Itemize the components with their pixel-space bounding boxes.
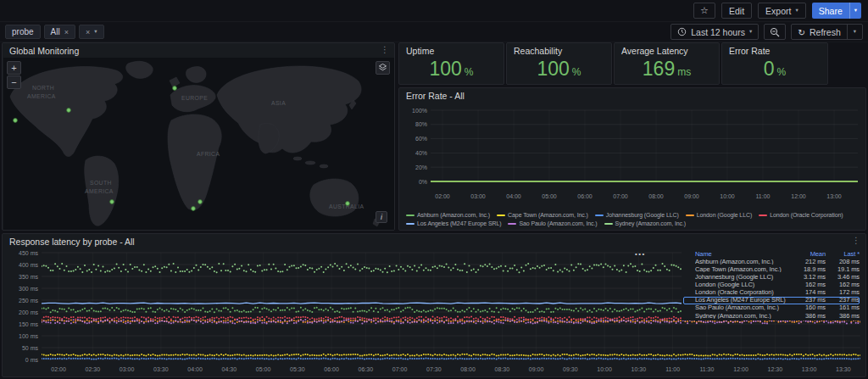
map-layers-button[interactable]: [376, 61, 390, 75]
x-tick-label: 12:00: [791, 193, 806, 199]
panel-title: Global Monitoring: [9, 46, 79, 56]
map-zoom-in-button[interactable]: +: [7, 61, 21, 75]
x-tick-label: 08:00: [648, 193, 664, 199]
response-latency-panel: Response latency by probe - All ⋮ 450 ms…: [2, 233, 866, 377]
share-label: Share: [812, 3, 849, 19]
series-name: Sao Paulo (Amazon.com, Inc.): [695, 304, 795, 311]
legend-table-row[interactable]: Sydney (Amazon.com, Inc.)386 ms386 ms: [683, 312, 860, 320]
y-tick-label: 60%: [415, 136, 427, 142]
legend-item[interactable]: Los Angeles (M247 Europe SRL): [406, 220, 501, 228]
legend-table-row[interactable]: Ashburn (Amazon.com, Inc.)212 ms208 ms: [683, 258, 860, 265]
continent-australia: [310, 179, 359, 216]
world-map[interactable]: NORTH AMERICA EUROPE ASIA AFRICA SOUTH A…: [3, 58, 394, 230]
stat-value: 0%: [722, 43, 827, 84]
y-tick-label: 350 ms: [19, 274, 38, 280]
error-rate-stat-panel: Error Rate 0%: [721, 42, 828, 85]
series-mean-value: 237 ms: [795, 297, 826, 304]
legend-header-name[interactable]: Name: [695, 251, 795, 258]
filter-clear-chip[interactable]: × ▾: [79, 25, 104, 39]
x-tick-label: 12:30: [768, 366, 783, 372]
legend-table-row[interactable]: Sao Paulo (Amazon.com, Inc.)160 ms161 ms: [683, 304, 860, 312]
stat-unit: %: [777, 66, 787, 78]
share-button[interactable]: Share ▾: [812, 3, 861, 19]
stat-unit: ms: [677, 66, 691, 78]
region-indonesia: [320, 164, 328, 168]
probe-marker[interactable]: [14, 119, 18, 123]
legend-item[interactable]: Sao Paulo (Amazon.com, Inc.): [508, 220, 597, 228]
series-color-icon: [406, 215, 415, 217]
stat-number: 100: [537, 59, 569, 79]
error-rate-legend: Ashburn (Amazon.com, Inc.)Cape Town (Ama…: [406, 211, 863, 228]
legend-item[interactable]: Ashburn (Amazon.com, Inc.): [406, 211, 490, 220]
panel-menu-icon[interactable]: ⋮: [852, 236, 860, 245]
probe-marker[interactable]: [173, 86, 177, 91]
legend-header-last[interactable]: Last *: [826, 251, 860, 258]
label-asia: ASIA: [271, 100, 286, 106]
x-tick-label: 02:00: [435, 193, 450, 199]
legend-header-mean[interactable]: Mean: [795, 251, 826, 258]
legend-item[interactable]: Sydney (Amazon.com, Inc.): [604, 220, 686, 228]
variable-filters: probe All × × ▾: [5, 25, 104, 39]
export-button[interactable]: Export▾: [758, 3, 806, 19]
x-tick-label: 06:00: [324, 366, 339, 372]
legend-table-row[interactable]: London (Google LLC)162 ms162 ms: [683, 281, 860, 288]
x-tick-label: 13:30: [836, 366, 851, 372]
legend-item[interactable]: Johannesburg (Google LLC): [595, 211, 679, 220]
legend-table-row[interactable]: London (Oracle Corporation)174 ms172 ms: [683, 288, 860, 296]
star-icon: ☆: [700, 5, 709, 16]
time-range-picker[interactable]: Last 12 hours ▾: [670, 24, 759, 40]
x-tick-label: 07:00: [392, 366, 408, 372]
probe-marker[interactable]: [110, 200, 114, 204]
remove-filter-icon[interactable]: ×: [64, 28, 69, 36]
refresh-button[interactable]: ↻ Refresh: [792, 25, 847, 39]
map-attribution-button[interactable]: i: [376, 211, 387, 223]
legend-row: Los Angeles (M247 Europe SRL)Sao Paulo (…: [406, 220, 863, 228]
panel-menu-icon[interactable]: ⋮: [381, 45, 389, 54]
chevron-down-icon: ▾: [94, 29, 97, 35]
chevron-down-icon: ▾: [795, 8, 798, 14]
refresh-button-group: ↻ Refresh ▾: [791, 24, 863, 40]
x-tick-label: 07:00: [613, 193, 628, 199]
legend-table-row[interactable]: Johannesburg (Google LLC)3.12 ms3.46 ms: [683, 273, 860, 281]
filter-name-chip[interactable]: probe: [5, 25, 41, 39]
average-latency-stat-panel: Average Latency 169ms: [614, 42, 720, 85]
series-color-icon: [686, 215, 694, 217]
y-tick-label: 0%: [419, 179, 427, 185]
star-button[interactable]: ☆: [693, 3, 715, 19]
time-controls: Last 12 hours ▾ ↻ Refresh ▾: [670, 24, 863, 40]
edit-button[interactable]: Edit: [721, 3, 752, 19]
legend-table-row[interactable]: Los Angeles (M247 Europe SRL)237 ms237 m…: [683, 297, 860, 304]
legend-table-row[interactable]: Cape Town (Amazon.com, Inc.)18.9 ms19.1 …: [683, 265, 860, 273]
probe-marker[interactable]: [346, 202, 350, 206]
probe-marker[interactable]: [198, 200, 203, 204]
clock-icon: [677, 27, 687, 36]
series-name: Ashburn (Amazon.com, Inc.): [417, 211, 490, 220]
error-rate-chart[interactable]: 100%80%60%40%20%0%02:0003:0004:0005:0006…: [402, 103, 863, 209]
x-tick-label: 12:00: [733, 366, 748, 372]
series-last-value: 386 ms: [826, 313, 860, 320]
filter-value-chip[interactable]: All ×: [44, 25, 75, 39]
legend-item[interactable]: London (Oracle Corporation): [759, 211, 843, 220]
map-zoom-out-button[interactable]: −: [7, 75, 21, 89]
stat-number: 0: [764, 59, 775, 79]
panel-title: Error Rate - All: [406, 91, 465, 101]
legend-item[interactable]: Cape Town (Amazon.com, Inc.): [497, 211, 588, 220]
series-name: Sydney (Amazon.com, Inc.): [615, 220, 686, 228]
stat-value: 169ms: [615, 43, 719, 84]
refresh-interval-button[interactable]: ▾: [847, 25, 862, 39]
series-name: Johannesburg (Google LLC): [695, 274, 795, 281]
clear-icon[interactable]: ×: [86, 28, 90, 36]
legend-table-header: NameMeanLast *: [683, 250, 860, 258]
label-south-america: AMERICA: [85, 188, 114, 194]
series-name: Sydney (Amazon.com, Inc.): [695, 313, 795, 320]
legend-item[interactable]: London (Google LLC): [686, 211, 752, 220]
probe-marker[interactable]: [67, 109, 71, 113]
probe-marker[interactable]: [192, 207, 196, 211]
region-indonesia: [293, 157, 302, 160]
x-tick-label: 13:00: [802, 366, 817, 372]
zoom-out-time-button[interactable]: [764, 24, 786, 40]
latency-legend-table: NameMeanLast *Ashburn (Amazon.com, Inc.)…: [682, 249, 861, 320]
x-tick-label: 08:30: [495, 366, 510, 372]
x-tick-label: 07:30: [426, 366, 442, 372]
share-menu-button[interactable]: ▾: [849, 3, 861, 19]
